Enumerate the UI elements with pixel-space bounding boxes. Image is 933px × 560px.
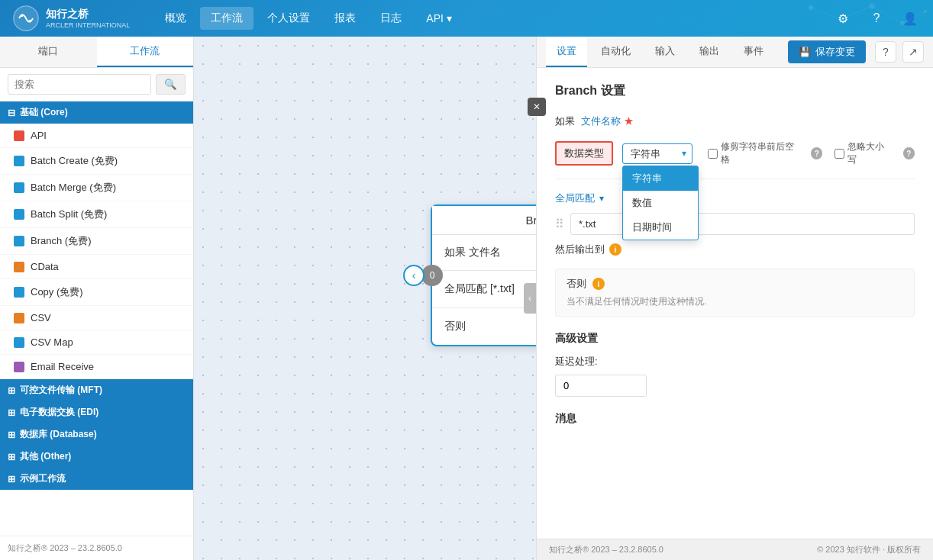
sidebar-item-batch-split[interactable]: Batch Split (免费) (0, 201, 193, 228)
match-input-row: ⠿ (555, 213, 915, 235)
sidebar-category-examples[interactable]: ⊞ 示例工作流 (0, 468, 193, 490)
flow-node-branch2: 0 ‹ Branch2 ⚙ 如果 文件名 全局匹配 [*.txt] i › 否则 (431, 204, 536, 346)
copy-dot-icon (14, 287, 24, 298)
panel-help-button[interactable]: ? (875, 41, 896, 63)
flow-node-match-row: 全局匹配 [*.txt] i › (432, 271, 536, 308)
sidebar-item-csv[interactable]: CSV (0, 306, 193, 330)
message-title: 消息 (555, 412, 915, 426)
tab-workflow[interactable]: 工作流 (97, 37, 194, 67)
plus-icon: ⊟ (8, 108, 15, 118)
chevron-down-icon: ▾ (447, 12, 452, 24)
svg-line-11 (902, 11, 925, 23)
sidebar-item-batch-merge[interactable]: Batch Merge (免费) (0, 175, 193, 201)
sidebar-item-copy[interactable]: Copy (免费) (0, 279, 193, 306)
else-section: 否则 i 当不满足任何情况时使用这种情况. (555, 269, 915, 317)
sidebar-category-database[interactable]: ⊞ 数据库 (Database) (0, 423, 193, 446)
logo-text: 知行之桥 ARCLER INTERNATIONAL (46, 8, 130, 30)
node-left-arrow[interactable]: ‹ (403, 265, 425, 286)
sidebar-category-mft[interactable]: ⊞ 可控文件传输 (MFT) (0, 379, 193, 401)
right-panel-content: Branch 设置 如果 文件名称 ★ 数据类型 字符串数值日期时间 ▾ 字符串 (537, 68, 933, 560)
save-icon: 💾 (799, 47, 811, 58)
sidebar-item-csv-map[interactable]: CSV Map (0, 330, 193, 355)
sidebar-category-edi[interactable]: ⊞ 电子数据交换 (EDI) (0, 401, 193, 423)
canvas-area[interactable]: 0 ‹ Branch2 ⚙ 如果 文件名 全局匹配 [*.txt] i › 否则 (194, 37, 536, 560)
tab-events[interactable]: 事件 (733, 37, 774, 67)
match-section-title: 全局匹配 ▾ (555, 191, 915, 205)
ignore-case-checkbox-label[interactable]: 忽略大小写 (835, 140, 890, 166)
plus-icon-edi: ⊞ (8, 407, 15, 418)
plus-icon-examples: ⊞ (8, 474, 15, 484)
sidebar-item-branch[interactable]: Branch (免费) (0, 228, 193, 255)
else-info-icon[interactable]: i (592, 278, 605, 290)
match-title-arrow-icon: ▾ (599, 193, 604, 204)
sidebar-item-batch-create[interactable]: Batch Create (免费) (0, 148, 193, 175)
trim-help-icon[interactable]: ? (811, 147, 822, 159)
flow-node-title: Branch2 (526, 214, 536, 227)
delay-input[interactable] (555, 375, 647, 397)
csv-dot-icon (14, 313, 24, 323)
data-type-select-wrapper: 字符串数值日期时间 ▾ 字符串 数值 日期时间 (622, 143, 692, 164)
footer-left: 知行之桥® 2023 – 23.2.8605.0 (549, 544, 663, 555)
ignore-case-help-icon[interactable]: ? (903, 147, 915, 159)
node-badge: 0 (421, 265, 443, 286)
nav-items: 概览 工作流 个人设置 报表 日志 API ▾ (154, 7, 832, 30)
ignore-case-checkbox[interactable] (835, 149, 844, 159)
csv-map-dot-icon (14, 337, 24, 348)
flow-node-header: Branch2 ⚙ (432, 206, 536, 235)
search-input[interactable] (8, 74, 151, 95)
batch-split-dot-icon (14, 209, 24, 220)
output-label-row: 然后输出到 i (555, 243, 915, 256)
nav-item-reports[interactable]: 报表 (324, 7, 366, 30)
output-info-icon[interactable]: i (609, 243, 621, 256)
tab-port[interactable]: 端口 (0, 37, 97, 67)
dropdown-item-string[interactable]: 字符串 (623, 166, 698, 191)
tab-output[interactable]: 输出 (689, 37, 730, 67)
close-panel-button[interactable]: ✕ (528, 98, 546, 116)
panel-title: Branch 设置 (555, 83, 915, 99)
plus-icon-other: ⊞ (8, 452, 15, 462)
trim-checkbox-label[interactable]: 修剪字符串前后空格 (708, 140, 799, 166)
data-type-row: 数据类型 字符串数值日期时间 ▾ 字符串 数值 日期时间 修剪字符串前后空格 (555, 140, 915, 166)
email-dot-icon (14, 362, 24, 372)
nav-item-overview[interactable]: 概览 (154, 7, 197, 30)
logo: 知行之桥 ARCLER INTERNATIONAL (12, 5, 130, 32)
data-type-select[interactable]: 字符串数值日期时间 (622, 143, 692, 164)
nav-item-personal-settings[interactable]: 个人设置 (257, 7, 321, 30)
dropdown-item-number[interactable]: 数值 (623, 191, 698, 215)
tab-input[interactable]: 输入 (644, 37, 686, 67)
svg-point-2 (29, 20, 32, 23)
data-type-dropdown: 字符串 数值 日期时间 (622, 166, 699, 240)
flow-else-label: 否则 (444, 320, 466, 333)
batch-merge-dot-icon (14, 182, 24, 193)
left-sidebar: 端口 工作流 🔍 ⊟ 基础 (Core) API Batch Create (免… (0, 37, 194, 560)
delay-label: 延迟处理: (555, 355, 915, 369)
nav-item-logs[interactable]: 日志 (370, 7, 412, 30)
canvas-collapse-button[interactable]: ‹ (524, 283, 536, 314)
sidebar-item-api[interactable]: API (0, 124, 193, 148)
trim-checkbox[interactable] (708, 149, 718, 159)
save-button[interactable]: 💾 保存变更 (788, 40, 866, 63)
svg-line-9 (841, 6, 872, 19)
tab-automation[interactable]: 自动化 (590, 37, 641, 67)
else-title-row: 否则 i (567, 277, 903, 291)
drag-handle-icon[interactable]: ⠿ (555, 217, 564, 231)
top-navigation: 知行之桥 ARCLER INTERNATIONAL 概览 工作流 个人设置 报表… (0, 0, 933, 37)
condition-label: 如果 (555, 114, 575, 128)
tab-settings[interactable]: 设置 (546, 37, 587, 67)
logo-icon (12, 5, 40, 32)
main-layout: 端口 工作流 🔍 ⊟ 基础 (Core) API Batch Create (免… (0, 37, 933, 560)
search-button[interactable]: 🔍 (156, 74, 186, 95)
dropdown-item-datetime[interactable]: 日期时间 (623, 215, 698, 240)
api-dot-icon (14, 130, 24, 141)
nav-item-workflow[interactable]: 工作流 (200, 7, 253, 30)
sidebar-item-email-receive[interactable]: Email Receive (0, 355, 193, 379)
sidebar-list: ⊟ 基础 (Core) API Batch Create (免费) Batch … (0, 101, 193, 536)
sidebar-category-other[interactable]: ⊞ 其他 (Other) (0, 446, 193, 468)
nav-item-api[interactable]: API ▾ (415, 7, 463, 30)
svg-line-8 (811, 8, 841, 19)
flow-node-condition: 如果 文件名 (432, 235, 536, 271)
sidebar-category-core[interactable]: ⊟ 基础 (Core) (0, 101, 193, 124)
sidebar-item-cdata[interactable]: CData (0, 255, 193, 279)
branch-dot-icon (14, 236, 24, 246)
panel-external-link-button[interactable]: ↗ (902, 41, 924, 63)
